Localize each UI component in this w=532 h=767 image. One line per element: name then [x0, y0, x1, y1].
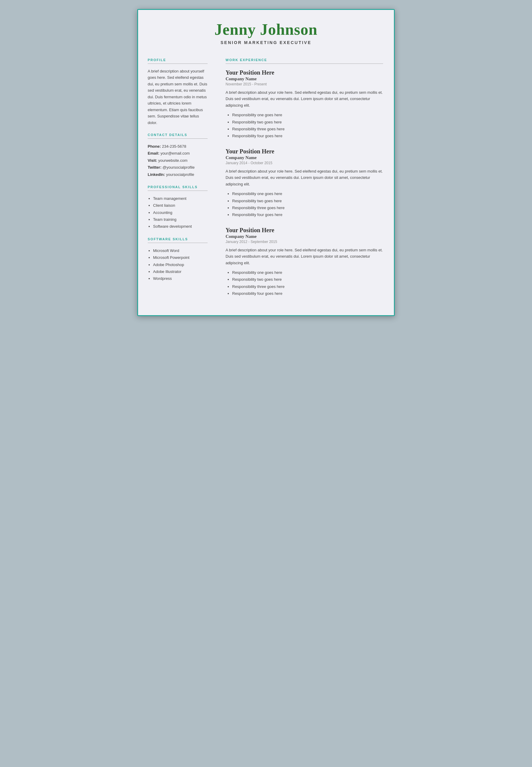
list-item: Client liaison	[153, 202, 208, 209]
phone-label: Phone:	[148, 144, 162, 149]
list-item: Responsibility three goes here	[232, 126, 383, 132]
job-2-description: A brief description about your role here…	[226, 168, 383, 187]
list-item: Responsibility one goes here	[232, 190, 383, 197]
website-value: yourwebsite.com	[158, 158, 188, 163]
job-3-description: A brief description about your role here…	[226, 247, 383, 266]
phone-value: 234-235-5678	[162, 144, 186, 149]
resume-document: Jenny Johnson SENIOR MARKETING EXECUTIVE…	[137, 9, 395, 316]
website-label: Visit:	[148, 158, 158, 163]
job-2-position: Your Position Here	[226, 148, 383, 155]
list-item: Team management	[153, 195, 208, 202]
resume-body: PROFILE A brief description about yourse…	[138, 51, 394, 315]
email-value: your@email.com	[161, 151, 190, 155]
list-item: Responsibility one goes here	[232, 111, 383, 118]
prof-skills-divider	[148, 191, 208, 191]
profile-label: PROFILE	[148, 58, 208, 62]
contact-linkedin: LinkedIn: yoursocialprofile	[148, 171, 208, 178]
job-2-company: Company Name	[226, 155, 383, 160]
contact-website: Visit: yourwebsite.com	[148, 157, 208, 164]
list-item: Wordpress	[153, 275, 208, 282]
candidate-name: Jenny Johnson	[150, 21, 382, 38]
linkedin-value: yoursocialprofile	[166, 172, 194, 177]
work-entry-2: Your Position Here Company Name January …	[226, 148, 383, 218]
job-1-description: A brief description about your role here…	[226, 89, 383, 108]
twitter-label: Twitter:	[148, 165, 163, 170]
soft-skills-list: Microsoft Word Microsoft Powerpoint Adob…	[148, 247, 208, 282]
list-item: Responsibility four goes here	[232, 132, 383, 139]
list-item: Responsibility four goes here	[232, 211, 383, 218]
list-item: Responsibility three goes here	[232, 204, 383, 211]
list-item: Software development	[153, 223, 208, 230]
job-2-responsibilities: Responsibility one goes here Responsibil…	[226, 190, 383, 218]
prof-skills-list: Team management Client liaison Accountin…	[148, 195, 208, 230]
contact-email: Email: your@email.com	[148, 150, 208, 157]
soft-skills-label: SOFTWARE SKILLS	[148, 237, 208, 241]
list-item: Microsoft Word	[153, 247, 208, 254]
twitter-value: @yoursocialprofile	[163, 165, 195, 170]
list-item: Responsibility three goes here	[232, 283, 383, 290]
list-item: Responsibility two goes here	[232, 119, 383, 126]
right-column: WORK EXPERIENCE Your Position Here Compa…	[216, 51, 394, 315]
list-item: Microsoft Powerpoint	[153, 254, 208, 261]
list-item: Adobe Illustrator	[153, 268, 208, 275]
profile-text: A brief description about yourself goes …	[148, 68, 208, 126]
contact-section: CONTACT DETAILS Phone: 234-235-5678 Emai…	[148, 133, 208, 178]
job-3-dates: January 2012 - September 2015	[226, 240, 383, 244]
left-column: PROFILE A brief description about yourse…	[138, 51, 216, 315]
list-item: Responsibility two goes here	[232, 276, 383, 283]
linkedin-label: LinkedIn:	[148, 172, 166, 177]
email-label: Email:	[148, 151, 161, 155]
list-item: Responsibility four goes here	[232, 290, 383, 297]
profile-section: PROFILE A brief description about yourse…	[148, 58, 208, 126]
list-item: Responsibility two goes here	[232, 197, 383, 204]
work-entry-3: Your Position Here Company Name January …	[226, 227, 383, 297]
job-2-dates: January 2014 - October 2015	[226, 161, 383, 165]
contact-divider	[148, 138, 208, 139]
job-1-company: Company Name	[226, 76, 383, 81]
list-item: Responsibility one goes here	[232, 269, 383, 276]
job-1-position: Your Position Here	[226, 69, 383, 76]
soft-skills-section: SOFTWARE SKILLS Microsoft Word Microsoft…	[148, 237, 208, 282]
candidate-title: SENIOR MARKETING EXECUTIVE	[150, 40, 382, 45]
work-entry-1: Your Position Here Company Name November…	[226, 69, 383, 140]
contact-label: CONTACT DETAILS	[148, 133, 208, 137]
list-item: Accounting	[153, 209, 208, 216]
work-experience-label: WORK EXPERIENCE	[226, 58, 383, 62]
contact-twitter: Twitter: @yoursocialprofile	[148, 164, 208, 171]
list-item: Team training	[153, 216, 208, 223]
job-3-company: Company Name	[226, 234, 383, 239]
list-item: Adobe Photoshop	[153, 261, 208, 268]
job-3-responsibilities: Responsibility one goes here Responsibil…	[226, 269, 383, 297]
job-1-dates: November 2015 - Present	[226, 82, 383, 86]
contact-phone: Phone: 234-235-5678	[148, 143, 208, 150]
resume-header: Jenny Johnson SENIOR MARKETING EXECUTIVE	[138, 10, 394, 51]
soft-skills-divider	[148, 243, 208, 243]
prof-skills-section: PROFESSIONAL SKILLS Team management Clie…	[148, 185, 208, 230]
prof-skills-label: PROFESSIONAL SKILLS	[148, 185, 208, 189]
job-3-position: Your Position Here	[226, 227, 383, 234]
job-1-responsibilities: Responsibility one goes here Responsibil…	[226, 111, 383, 140]
